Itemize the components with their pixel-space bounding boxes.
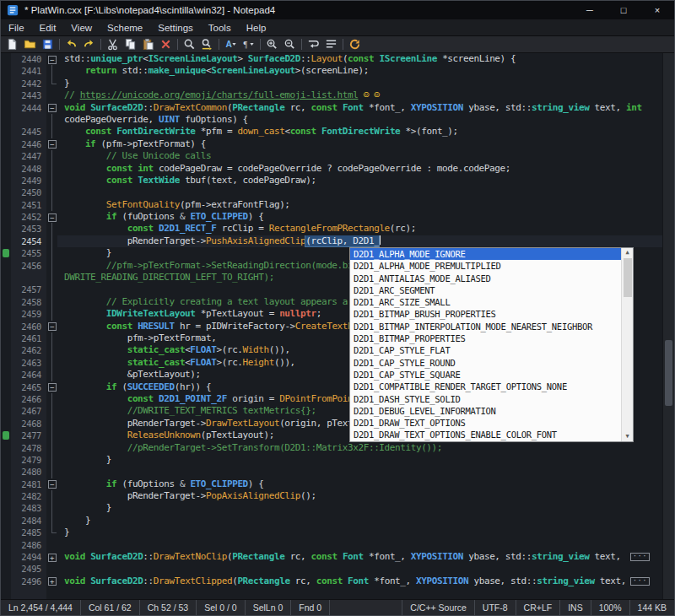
code-text[interactable]: } bbox=[57, 502, 662, 514]
outline-button[interactable] bbox=[322, 37, 340, 52]
status-segment-right-2[interactable]: CR+LF bbox=[516, 600, 560, 615]
line-number[interactable]: 2463 bbox=[11, 357, 46, 369]
zoom-out-button[interactable] bbox=[281, 37, 299, 52]
line-number[interactable]: 2453 bbox=[11, 223, 46, 235]
line-number[interactable]: 2464 bbox=[11, 369, 46, 381]
code-text[interactable]: } bbox=[57, 454, 662, 466]
line-number[interactable]: 2479 bbox=[11, 454, 46, 466]
menu-item-edit[interactable]: Edit bbox=[32, 19, 64, 35]
line-number[interactable]: 2495 bbox=[11, 563, 46, 575]
code-text[interactable]: return std::make_unique<ScreenLineLayout… bbox=[57, 65, 662, 77]
line-number[interactable]: 2482 bbox=[11, 490, 46, 502]
code-text[interactable]: if (fuOptions & ETO_CLIPPED) { bbox=[57, 478, 662, 490]
replace-button[interactable] bbox=[198, 37, 216, 52]
fold-open-icon[interactable]: − bbox=[48, 104, 57, 112]
fold-open-icon[interactable]: − bbox=[48, 322, 57, 331]
line-number[interactable]: 2480 bbox=[11, 466, 46, 478]
delete-button[interactable] bbox=[157, 37, 175, 52]
code-text[interactable]: //pRenderTarget->SetTransform(D2D1::Matr… bbox=[57, 442, 662, 454]
autocomplete-item[interactable]: D2D1_ARC_SIZE_SMALL bbox=[350, 296, 621, 308]
reload-button[interactable] bbox=[346, 37, 364, 52]
status-segment-right-4[interactable]: 100% bbox=[591, 600, 629, 615]
code-text[interactable]: } bbox=[57, 527, 662, 538]
cut-button[interactable] bbox=[104, 37, 122, 52]
line-number[interactable]: 2445 bbox=[11, 126, 46, 138]
status-segment-left-1[interactable]: Col 61 / 62 bbox=[81, 600, 140, 615]
line-number[interactable] bbox=[11, 272, 46, 284]
maximize-button[interactable]: □ bbox=[607, 1, 640, 19]
status-segment-left-2[interactable]: Ch 52 / 53 bbox=[140, 600, 197, 615]
line-number[interactable]: 2468 bbox=[11, 418, 46, 430]
autocomplete-item[interactable]: D2D1_BITMAP_BRUSH_PROPERTIES bbox=[350, 308, 621, 320]
editor[interactable]: 2440−std::unique_ptr<IScreenLineLayout> … bbox=[1, 53, 674, 599]
fold-open-icon[interactable]: − bbox=[48, 56, 57, 64]
menu-item-help[interactable]: Help bbox=[239, 19, 274, 35]
code-text[interactable]: std::unique_ptr<IScreenLineLayout> Surfa… bbox=[57, 53, 662, 65]
code-text[interactable]: } bbox=[57, 78, 662, 89]
status-segment-left-0[interactable]: Ln 2,454 / 4,444 bbox=[1, 600, 81, 615]
autocomplete-item[interactable]: D2D1_CAP_STYLE_SQUARE bbox=[350, 369, 621, 381]
code-text[interactable]: // Use Unicode calls bbox=[57, 150, 662, 162]
code-text[interactable] bbox=[57, 466, 662, 478]
status-segment-left-3[interactable]: Sel 0 / 0 bbox=[197, 600, 246, 615]
line-number[interactable]: 2478 bbox=[11, 442, 46, 454]
status-segment-left-5[interactable]: Fnd 0 bbox=[291, 600, 330, 615]
code-text[interactable]: void SurfaceD2D::DrawTextNoClip(PRectang… bbox=[57, 551, 662, 563]
line-number[interactable]: 2442 bbox=[11, 78, 46, 89]
line-number[interactable]: 2446 bbox=[11, 138, 46, 150]
line-number[interactable]: 2455 bbox=[11, 247, 46, 259]
new-file-button[interactable] bbox=[3, 37, 21, 52]
scroll-up-arrow-icon[interactable]: ▲ bbox=[625, 248, 629, 257]
line-number[interactable]: 2452 bbox=[11, 211, 46, 223]
autocomplete-item[interactable]: D2D1_ALPHA_MODE_IGNORE bbox=[350, 248, 621, 260]
code-text[interactable]: const TextWide tbuf(text, codePageDraw); bbox=[57, 175, 662, 186]
menu-item-view[interactable]: View bbox=[63, 19, 100, 35]
line-number[interactable]: 2477 bbox=[11, 430, 46, 441]
open-file-button[interactable] bbox=[21, 37, 39, 52]
line-number[interactable]: 2462 bbox=[11, 344, 46, 356]
line-number[interactable]: 2461 bbox=[11, 332, 46, 344]
autocomplete-item[interactable]: D2D1_DRAW_TEXT_OPTIONS_ENABLE_COLOR_FONT bbox=[350, 429, 621, 440]
line-number[interactable]: 2454 bbox=[11, 235, 46, 247]
line-number[interactable]: 2457 bbox=[11, 284, 46, 295]
menu-item-file[interactable]: File bbox=[1, 19, 32, 35]
status-segment-left-4[interactable]: SelLn 0 bbox=[246, 600, 292, 615]
paste-button[interactable] bbox=[139, 37, 157, 52]
find-button[interactable] bbox=[181, 37, 198, 52]
line-number[interactable]: 2484 bbox=[11, 515, 46, 527]
title-bar[interactable]: * PlatWin.cxx [F:\Libs\notepad4\scintill… bbox=[1, 1, 674, 19]
code-text[interactable]: } bbox=[57, 515, 662, 527]
fold-open-icon[interactable]: − bbox=[48, 480, 57, 489]
vertical-scroll-thumb[interactable] bbox=[665, 340, 672, 406]
code-text[interactable] bbox=[57, 186, 662, 198]
scroll-down-arrow-icon[interactable]: ▼ bbox=[625, 432, 629, 441]
undo-button[interactable] bbox=[62, 37, 80, 52]
line-number[interactable]: 2444 bbox=[11, 102, 46, 114]
autocomplete-item[interactable]: D2D1_ALPHA_MODE_PREMULTIPLIED bbox=[350, 260, 621, 272]
line-number[interactable] bbox=[11, 587, 46, 599]
code-text[interactable] bbox=[57, 539, 662, 551]
line-number[interactable]: 2458 bbox=[11, 296, 46, 308]
autocomplete-item[interactable]: D2D1_BITMAP_PROPERTIES bbox=[350, 332, 621, 344]
status-segment-right-5[interactable]: 144 KB bbox=[629, 600, 674, 615]
encoding-button[interactable]: A bbox=[222, 37, 240, 52]
code-text[interactable]: void SurfaceD2D::DrawTextClipped(PRectan… bbox=[57, 575, 662, 587]
code-text[interactable] bbox=[57, 563, 662, 575]
code-text[interactable]: // https://unicode.org/emoji/charts/full… bbox=[57, 89, 662, 101]
status-segment-right-0[interactable]: C/C++ Source bbox=[402, 600, 474, 615]
fold-collapsed-icon[interactable]: + bbox=[48, 554, 57, 562]
line-number[interactable]: 2465 bbox=[11, 381, 46, 393]
autocomplete-item[interactable]: D2D1_DEBUG_LEVEL_INFORMATION bbox=[350, 405, 621, 417]
autocomplete-item[interactable]: D2D1_DRAW_TEXT_OPTIONS bbox=[350, 417, 621, 429]
code-text[interactable]: if (fuOptions & ETO_CLIPPED) { bbox=[57, 211, 662, 223]
line-number[interactable]: 2485 bbox=[11, 527, 46, 538]
code-text[interactable]: codePageOverride, UINT fuOptions) { bbox=[57, 114, 662, 126]
redo-button[interactable] bbox=[80, 37, 98, 52]
code-text[interactable]: pRenderTarget->PopAxisAlignedClip(); bbox=[57, 490, 662, 502]
line-number[interactable]: 2449 bbox=[11, 175, 46, 186]
line-number[interactable] bbox=[11, 114, 46, 126]
fold-collapsed-icon[interactable]: + bbox=[48, 577, 57, 586]
line-number[interactable]: 2450 bbox=[11, 186, 46, 198]
vertical-scrollbar[interactable] bbox=[662, 53, 674, 599]
line-number[interactable]: 2481 bbox=[11, 478, 46, 490]
